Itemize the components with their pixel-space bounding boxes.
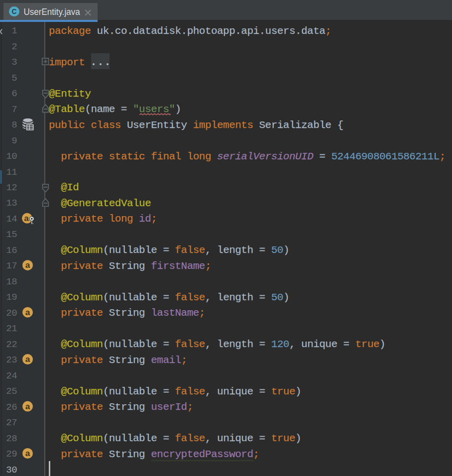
svg-text:a: a xyxy=(24,213,29,223)
svg-text:a: a xyxy=(25,260,30,270)
svg-text:a: a xyxy=(25,448,30,458)
svg-text:a: a xyxy=(25,401,30,411)
svg-text:a: a xyxy=(25,307,30,317)
svg-text:a: a xyxy=(25,354,30,364)
